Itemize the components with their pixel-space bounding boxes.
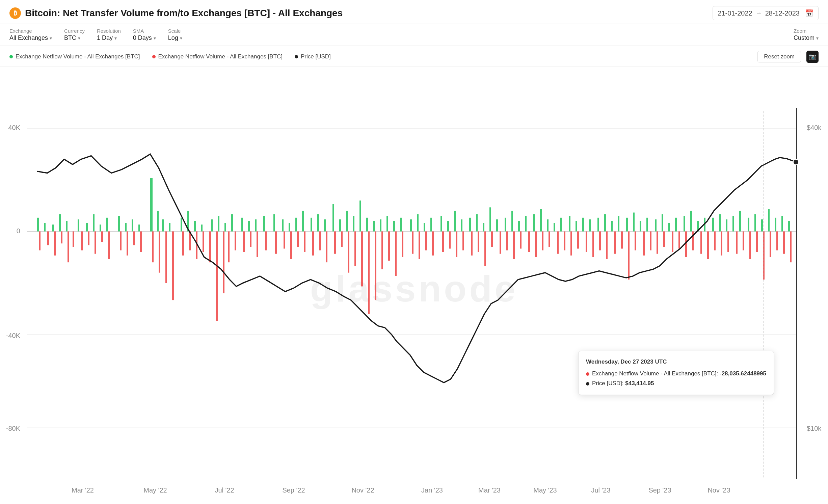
tooltip-price-label: Price [USD]: $43,414.95 xyxy=(592,379,654,389)
svg-rect-112 xyxy=(775,218,776,232)
svg-text:Jul '22: Jul '22 xyxy=(215,486,234,494)
svg-rect-193 xyxy=(606,232,608,259)
svg-rect-76 xyxy=(518,221,520,232)
svg-rect-51 xyxy=(339,219,341,232)
svg-rect-123 xyxy=(95,232,96,254)
svg-rect-210 xyxy=(727,232,729,252)
svg-rect-52 xyxy=(346,211,348,231)
zoom-control: Zoom Custom ▾ xyxy=(794,28,819,42)
svg-rect-20 xyxy=(100,224,101,231)
svg-rect-75 xyxy=(511,211,513,231)
svg-rect-23 xyxy=(125,223,127,231)
exchange-select[interactable]: All Exchanges ▾ xyxy=(9,34,52,42)
sma-control: SMA 0 Days ▾ xyxy=(133,28,156,42)
svg-rect-153 xyxy=(319,232,321,250)
svg-rect-79 xyxy=(540,209,542,231)
tooltip-netflow-label: Exchange Netflow Volume - All Exchanges … xyxy=(592,369,766,379)
svg-text:Mar '22: Mar '22 xyxy=(72,486,94,494)
svg-rect-176 xyxy=(484,232,486,266)
svg-rect-144 xyxy=(250,232,251,247)
svg-rect-40 xyxy=(255,219,257,232)
svg-rect-78 xyxy=(533,214,535,232)
tooltip-netflow-value: -28,035.62448995 xyxy=(720,370,766,377)
svg-rect-88 xyxy=(604,214,606,232)
svg-rect-35 xyxy=(218,216,219,232)
zoom-select[interactable]: Custom ▾ xyxy=(794,34,819,42)
svg-rect-113 xyxy=(781,216,783,232)
svg-rect-84 xyxy=(576,221,577,232)
svg-rect-97 xyxy=(668,223,670,231)
svg-text:-80K: -80K xyxy=(6,425,21,432)
currency-select[interactable]: BTC ▾ xyxy=(64,34,85,42)
svg-rect-13 xyxy=(44,223,46,231)
svg-rect-90 xyxy=(618,216,619,232)
cursor-dot xyxy=(793,159,799,165)
svg-rect-127 xyxy=(127,232,128,256)
svg-rect-205 xyxy=(692,232,694,250)
svg-text:Jul '23: Jul '23 xyxy=(591,486,610,494)
tooltip-netflow-row: Exchange Netflow Volume - All Exchanges … xyxy=(586,369,766,379)
svg-rect-213 xyxy=(749,232,751,259)
svg-rect-132 xyxy=(165,232,167,283)
svg-rect-217 xyxy=(776,232,778,250)
svg-rect-86 xyxy=(589,219,591,232)
resolution-select[interactable]: 1 Day ▾ xyxy=(97,34,121,42)
scale-control: Scale Log ▾ xyxy=(168,28,182,42)
date-range[interactable]: 21-01-2022 → 28-12-2023 📅 xyxy=(713,6,819,20)
currency-control: Currency BTC ▾ xyxy=(64,28,85,42)
svg-rect-195 xyxy=(621,232,623,249)
svg-rect-177 xyxy=(491,232,493,247)
svg-rect-146 xyxy=(265,232,267,250)
svg-rect-91 xyxy=(626,218,628,232)
svg-rect-202 xyxy=(672,232,673,252)
svg-rect-145 xyxy=(257,232,258,257)
svg-rect-73 xyxy=(496,219,498,232)
svg-rect-12 xyxy=(37,218,39,232)
svg-rect-28 xyxy=(162,219,164,232)
svg-rect-66 xyxy=(447,221,449,232)
svg-rect-114 xyxy=(788,221,790,232)
svg-rect-138 xyxy=(209,232,211,263)
svg-rect-21 xyxy=(106,218,108,232)
svg-rect-160 xyxy=(368,232,370,314)
svg-rect-207 xyxy=(707,232,709,259)
sma-chevron-icon: ▾ xyxy=(154,35,156,41)
svg-rect-162 xyxy=(381,232,383,269)
svg-rect-32 xyxy=(194,221,196,232)
svg-rect-135 xyxy=(189,232,191,250)
svg-rect-67 xyxy=(454,211,456,231)
svg-rect-61 xyxy=(410,219,412,232)
svg-rect-18 xyxy=(86,223,88,231)
svg-rect-100 xyxy=(690,211,692,231)
svg-rect-15 xyxy=(59,214,61,232)
resolution-chevron-icon: ▾ xyxy=(114,35,117,41)
svg-rect-58 xyxy=(386,216,388,232)
reset-zoom-button[interactable]: Reset zoom xyxy=(757,51,801,62)
red-dot-icon xyxy=(152,55,156,58)
sma-select[interactable]: 0 Days ▾ xyxy=(133,34,156,42)
svg-rect-70 xyxy=(476,214,478,232)
zoom-label: Zoom xyxy=(794,28,819,34)
camera-icon[interactable]: 📷 xyxy=(806,51,819,63)
svg-rect-181 xyxy=(520,232,522,249)
scale-select[interactable]: Log ▾ xyxy=(168,34,182,42)
legend-item-green: Exchange Netflow Volume - All Exchanges … xyxy=(9,53,140,60)
svg-text:Nov '23: Nov '23 xyxy=(707,486,730,494)
svg-rect-55 xyxy=(366,218,368,232)
svg-rect-192 xyxy=(599,232,601,250)
svg-rect-130 xyxy=(152,232,154,263)
svg-rect-48 xyxy=(317,214,319,232)
svg-rect-105 xyxy=(726,219,727,232)
svg-rect-29 xyxy=(169,223,170,231)
svg-rect-60 xyxy=(400,218,402,232)
svg-rect-82 xyxy=(560,218,562,232)
svg-rect-94 xyxy=(646,218,648,232)
svg-rect-64 xyxy=(430,218,432,232)
svg-rect-46 xyxy=(302,211,304,231)
svg-rect-77 xyxy=(525,216,527,232)
calendar-icon: 📅 xyxy=(805,9,813,17)
svg-rect-107 xyxy=(739,211,741,231)
chart-title: Bitcoin: Net Transfer Volume from/to Exc… xyxy=(25,8,343,19)
svg-rect-159 xyxy=(361,232,363,287)
svg-rect-39 xyxy=(248,221,250,232)
